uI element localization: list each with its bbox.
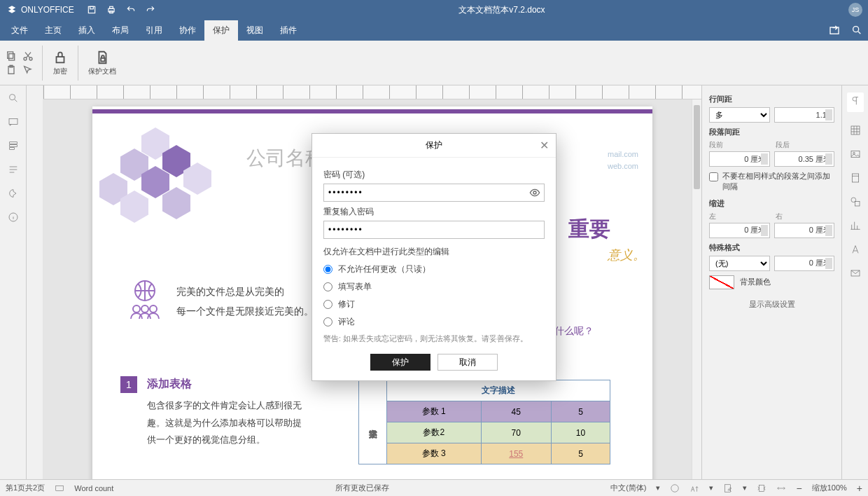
radio-comments[interactable]: 评论	[323, 316, 545, 328]
allow-edit-label: 仅允许在文档中进行此类型的编辑	[323, 246, 545, 258]
svg-point-36	[533, 191, 536, 194]
cancel-button[interactable]: 取消	[438, 354, 498, 371]
protect-button[interactable]: 保护	[370, 354, 430, 371]
dialog-title: 保护	[426, 139, 442, 151]
radio-readonly[interactable]: 不允许任何更改（只读）	[323, 263, 545, 275]
modal-backdrop: 保护 ✕ 密码 (可选) 重复输入密码 仅允许在文档中进行此类型的编辑 不允许任…	[0, 0, 868, 496]
password-input[interactable]	[323, 184, 545, 202]
radio-forms[interactable]: 填写表单	[323, 281, 545, 293]
password-repeat-input[interactable]	[323, 221, 545, 239]
close-icon[interactable]: ✕	[540, 139, 549, 152]
password-label: 密码 (可选)	[323, 169, 545, 181]
protect-dialog: 保护 ✕ 密码 (可选) 重复输入密码 仅允许在文档中进行此类型的编辑 不允许任…	[312, 133, 556, 381]
password-repeat-label: 重复输入密码	[323, 206, 545, 218]
eye-icon[interactable]	[529, 187, 540, 200]
password-warning: 警告: 如果丢失或忘记密码，则无法将其恢复。请妥善保存。	[323, 333, 545, 344]
radio-track[interactable]: 修订	[323, 298, 545, 310]
